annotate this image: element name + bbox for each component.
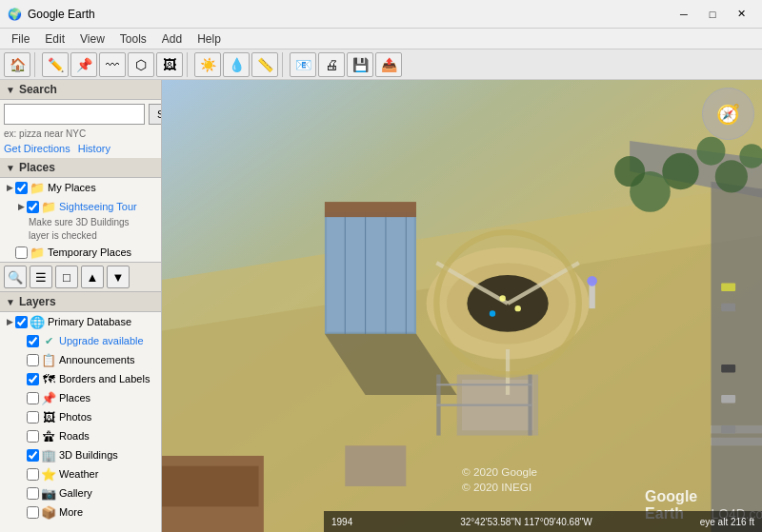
search-arrow-icon: ▼ <box>6 85 15 95</box>
primary-db-checkbox[interactable] <box>15 316 28 328</box>
nav-search-btn[interactable]: 🔍 <box>4 266 27 288</box>
photos-checkbox[interactable] <box>27 411 39 424</box>
svg-text:Google: Google <box>645 488 697 504</box>
sightseeing-checkbox[interactable] <box>27 201 39 213</box>
map-area[interactable]: © 2020 Google © 2020 INEGI Google Earth … <box>162 80 762 532</box>
tree-item-borders[interactable]: 🗺 Borders and Labels <box>0 369 161 388</box>
toolbar-water[interactable]: 💧 <box>223 52 250 77</box>
tree-item-temp-places[interactable]: 📁 Temporary Places <box>0 243 161 262</box>
nav-down-btn[interactable]: ▼ <box>107 266 130 288</box>
nav-toolbar: 🔍 ☰ □ ▲ ▼ <box>0 262 161 292</box>
svg-marker-16 <box>712 182 762 532</box>
weather-checkbox[interactable] <box>27 468 39 481</box>
photos-icon: 🖼 <box>41 409 56 424</box>
toolbar-overlay[interactable]: 🖼 <box>156 52 183 77</box>
upgrade-label: Upgrade available <box>59 335 157 346</box>
titlebar-left: 🌍 Google Earth <box>8 8 95 21</box>
main-area: ▼ Search Search ex: pizza near NYC Get D… <box>0 80 762 532</box>
aerial-map: © 2020 Google © 2020 INEGI Google Earth … <box>162 80 762 532</box>
svg-point-46 <box>490 310 495 316</box>
tree-item-roads[interactable]: 🛣 Roads <box>0 426 161 445</box>
toolbar-pin[interactable]: 📌 <box>70 52 97 77</box>
toolbar-save[interactable]: 💾 <box>347 52 373 77</box>
menu-tools[interactable]: Tools <box>112 30 154 48</box>
search-input-row: Search <box>0 100 161 128</box>
more-label: More <box>59 506 157 518</box>
layers-section: ▼ Layers ▶ 🌐 Primary Database ✔ Upgrade … <box>0 292 161 532</box>
announcements-icon: 📋 <box>41 352 56 367</box>
svg-rect-12 <box>325 202 416 217</box>
toolbar-draw[interactable]: ✏️ <box>42 52 69 77</box>
search-label: Search <box>19 83 57 96</box>
search-input[interactable] <box>4 104 145 125</box>
gallery-checkbox[interactable] <box>27 487 39 500</box>
get-directions-link[interactable]: Get Directions <box>4 143 70 154</box>
places-layer-checkbox[interactable] <box>27 392 39 404</box>
announcements-label: Announcements <box>59 354 157 365</box>
toolbar-print[interactable]: 🖨 <box>318 52 345 77</box>
my-places-checkbox[interactable] <box>15 182 28 194</box>
3d-buildings-label: 3D Buildings <box>59 449 157 461</box>
layers-label: Layers <box>19 295 56 308</box>
tree-item-3d-buildings[interactable]: 🏢 3D Buildings <box>0 445 161 464</box>
nav-up-btn[interactable]: ▲ <box>81 266 104 288</box>
tree-item-gallery[interactable]: 📷 Gallery <box>0 483 161 502</box>
toolbar-share[interactable]: 📤 <box>375 52 402 77</box>
statusbar: 1994 32°42'53.58"N 117°09'40.68"W eye al… <box>324 511 762 532</box>
svg-rect-7 <box>327 214 414 332</box>
places-layer-label: Places <box>59 392 157 404</box>
roads-checkbox[interactable] <box>27 430 39 443</box>
status-coords: 32°42'53.58"N 117°09'40.68"W <box>460 517 592 527</box>
my-places-arrow: ▶ <box>4 183 15 192</box>
history-link[interactable]: History <box>78 143 110 154</box>
svg-point-18 <box>697 137 726 166</box>
toolbar-sep-3 <box>282 52 286 77</box>
toolbar-sun[interactable]: ☀️ <box>194 52 221 77</box>
menu-file[interactable]: File <box>4 30 37 48</box>
temp-places-checkbox[interactable] <box>15 246 28 259</box>
layers-section-header[interactable]: ▼ Layers <box>0 292 161 312</box>
svg-point-19 <box>715 160 748 192</box>
svg-rect-32 <box>721 304 735 312</box>
menu-add[interactable]: Add <box>154 30 190 48</box>
tree-item-primary-db[interactable]: ▶ 🌐 Primary Database <box>0 312 161 331</box>
map-compass[interactable]: 🧭 <box>702 88 754 140</box>
status-year: 1994 <box>331 517 352 527</box>
menubar: File Edit View Tools Add Help <box>0 29 762 49</box>
announcements-checkbox[interactable] <box>27 354 39 366</box>
tree-item-announcements[interactable]: 📋 Announcements <box>0 350 161 369</box>
svg-text:© 2020 INEGI: © 2020 INEGI <box>462 481 531 493</box>
borders-checkbox[interactable] <box>27 373 39 385</box>
more-checkbox[interactable] <box>27 506 39 519</box>
upgrade-icon: ✔ <box>41 333 56 348</box>
weather-icon: ⭐ <box>41 466 56 482</box>
nav-list-btn[interactable]: ☰ <box>30 266 52 288</box>
tree-item-weather[interactable]: ⭐ Weather <box>0 464 161 483</box>
menu-help[interactable]: Help <box>190 30 229 48</box>
primary-db-arrow: ▶ <box>4 317 15 326</box>
minimize-button[interactable]: ─ <box>671 5 697 24</box>
toolbar-ruler[interactable]: 📏 <box>251 52 278 77</box>
menu-edit[interactable]: Edit <box>37 30 72 48</box>
tree-item-more[interactable]: 📦 More <box>0 502 161 522</box>
my-places-folder-icon: 📁 <box>30 180 45 195</box>
search-section-header[interactable]: ▼ Search <box>0 80 161 100</box>
toolbar-sep-1 <box>34 52 38 77</box>
places-section-header[interactable]: ▼ Places <box>0 158 161 178</box>
tree-item-photos[interactable]: 🖼 Photos <box>0 407 161 426</box>
tree-item-sightseeing[interactable]: ▶ 📁 Sightseeing Tour <box>0 197 161 216</box>
upgrade-checkbox[interactable] <box>27 335 39 347</box>
menu-view[interactable]: View <box>72 30 112 48</box>
toolbar-polygon[interactable]: ⬡ <box>128 52 154 77</box>
nav-box-btn[interactable]: □ <box>55 266 78 288</box>
tree-item-my-places[interactable]: ▶ 📁 My Places <box>0 178 161 197</box>
tree-item-upgrade[interactable]: ✔ Upgrade available <box>0 331 161 350</box>
toolbar-home[interactable]: 🏠 <box>4 52 30 77</box>
3d-buildings-checkbox[interactable] <box>27 449 39 462</box>
close-button[interactable]: ✕ <box>728 5 754 24</box>
search-button[interactable]: Search <box>149 104 162 125</box>
toolbar-path[interactable]: 〰 <box>99 52 126 77</box>
toolbar-email[interactable]: 📧 <box>290 52 316 77</box>
maximize-button[interactable]: □ <box>699 5 726 24</box>
tree-item-places-layer[interactable]: 📌 Places <box>0 388 161 407</box>
